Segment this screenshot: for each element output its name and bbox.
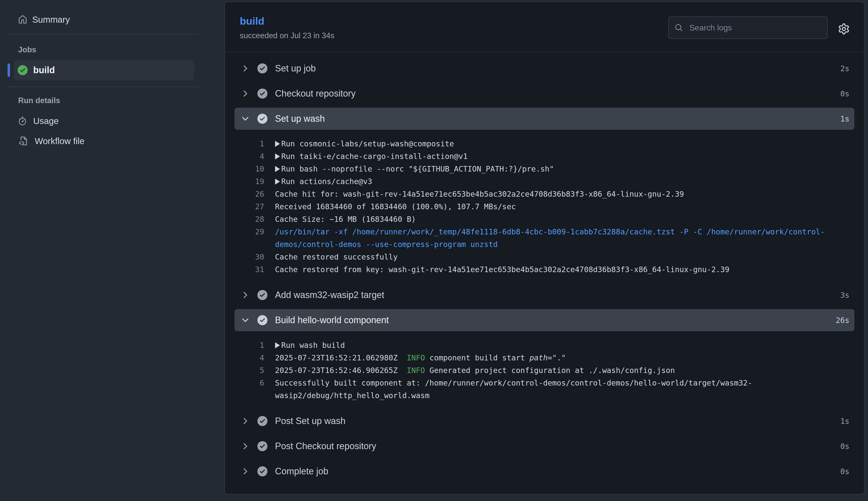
sidebar-job-build[interactable]: build xyxy=(13,60,194,80)
log-line-number[interactable]: 30 xyxy=(225,251,264,263)
run-disclosure-triangle-icon xyxy=(275,339,281,352)
step-success-icon xyxy=(257,290,267,300)
step-name: Complete job xyxy=(275,466,328,477)
log-line-number[interactable]: 29 xyxy=(225,226,264,251)
log-line: 5 2025-07-23T16:52:46.906265Z INFO Gener… xyxy=(225,364,864,377)
log-panel: build succeeded on Jul 23 in 34s Set up … xyxy=(224,1,865,494)
log-line-number[interactable]: 10 xyxy=(225,163,264,175)
step-name: Add wasm32-wasip2 target xyxy=(275,290,384,300)
step-group: Build hello-world component 26s 1 Run wa… xyxy=(225,309,864,408)
step-duration: 2s xyxy=(840,64,849,73)
log-line: 4 2025-07-23T16:52:21.062980Z INFO compo… xyxy=(225,352,864,364)
log-line-number[interactable]: 4 xyxy=(225,150,264,163)
step-duration: 26s xyxy=(836,316,849,325)
step-duration: 0s xyxy=(840,89,849,98)
log-line: 19 Run actions/cache@v3 xyxy=(225,175,864,188)
log-line-number[interactable]: 4 xyxy=(225,352,264,364)
step-group: Set up wash 1s 1 Run cosmonic-labs/setup… xyxy=(225,108,864,283)
step-row[interactable]: Complete job 0s xyxy=(225,459,864,484)
step-duration: 0s xyxy=(840,467,849,476)
log-line: 1 Run wash build xyxy=(225,339,864,352)
log-line-number[interactable]: 28 xyxy=(225,213,264,226)
log-line-text: 2025-07-23T16:52:46.906265Z INFO Generat… xyxy=(275,364,849,377)
chevron-right-icon xyxy=(241,291,250,299)
step-success-icon xyxy=(257,466,267,476)
step-group-header[interactable]: Build hello-world component 26s xyxy=(234,309,855,331)
log-line-number[interactable]: 26 xyxy=(225,188,264,201)
run-disclosure-triangle-icon xyxy=(275,150,281,163)
log-line: 29 /usr/bin/tar -xf /home/runner/work/_t… xyxy=(225,226,864,251)
run-disclosure-triangle-icon xyxy=(275,175,281,188)
log-line: 26 Cache hit for: wash-git-rev-14a51ee71… xyxy=(225,188,864,201)
step-name: Post Checkout repository xyxy=(275,441,376,451)
step-success-icon xyxy=(257,114,267,124)
chevron-down-icon xyxy=(241,316,250,324)
step-row[interactable]: Checkout repository 0s xyxy=(225,81,864,106)
step-row[interactable]: Add wasm32-wasip2 target 3s xyxy=(225,283,864,308)
chevron-right-icon xyxy=(241,64,250,73)
sidebar-item-usage[interactable]: Usage xyxy=(18,113,59,129)
job-success-icon xyxy=(18,65,28,75)
log-line-text: Run wash build xyxy=(275,339,849,352)
log-settings-gear-button[interactable] xyxy=(838,23,849,34)
sidebar-item-summary[interactable]: Summary xyxy=(18,12,70,28)
log-line: 28 Cache Size: ~16 MB (16834460 B) xyxy=(225,213,864,226)
step-name: Build hello-world component xyxy=(275,315,389,326)
sidebar: Summary Jobs build Run details Usage Wor… xyxy=(0,0,224,501)
search-logs-input[interactable] xyxy=(689,17,821,39)
log-line: 30 Cache restored successfully xyxy=(225,251,864,263)
log-line-number[interactable]: 31 xyxy=(225,263,264,276)
step-name: Set up job xyxy=(275,63,316,74)
chevron-right-icon xyxy=(241,467,250,476)
sidebar-divider xyxy=(8,86,199,87)
log-line-text: 2025-07-23T16:52:21.062980Z INFO compone… xyxy=(275,352,849,364)
step-success-icon xyxy=(257,63,267,73)
file-code-icon xyxy=(18,136,28,146)
step-row[interactable]: Post Checkout repository 0s xyxy=(225,434,864,459)
log-line-number[interactable]: 1 xyxy=(225,138,264,150)
log-line-number[interactable]: 5 xyxy=(225,364,264,377)
log-line-text: Run bash --noprofile --norc "${GITHUB_AC… xyxy=(275,163,849,175)
log-line-text: Cache hit for: wash-git-rev-14a51ee71ec6… xyxy=(275,188,849,201)
search-logs-box xyxy=(668,17,828,39)
step-success-icon xyxy=(257,441,267,451)
job-status-line: succeeded on Jul 23 in 34s xyxy=(240,31,335,40)
log-line-number[interactable]: 19 xyxy=(225,175,264,188)
log-line-text: Cache restored from key: wash-git-rev-14… xyxy=(275,263,849,276)
step-duration: 1s xyxy=(840,115,849,123)
log-line-text: Run taiki-e/cache-cargo-install-action@v… xyxy=(275,150,849,163)
log-line-text: Received 16834460 of 16834460 (100.0%), … xyxy=(275,201,849,213)
step-group-header[interactable]: Set up wash 1s xyxy=(234,108,855,130)
selected-job-accent-bar xyxy=(8,63,10,77)
log-line-number[interactable]: 27 xyxy=(225,201,264,213)
step-log-lines: 1 Run wash build 4 2025-07-23T16:52:21.0… xyxy=(225,331,864,408)
step-duration: 3s xyxy=(840,291,849,300)
step-log-lines: 1 Run cosmonic-labs/setup-wash@composite… xyxy=(225,130,864,283)
log-line-number[interactable]: 6 xyxy=(225,377,264,402)
stopwatch-icon xyxy=(18,117,27,125)
steps-list: Set up job 2s Checkout repository 0s Set… xyxy=(225,52,864,493)
sidebar-run-details-section-label: Run details xyxy=(18,96,60,105)
log-line: 4 Run taiki-e/cache-cargo-install-action… xyxy=(225,150,864,163)
log-line-text: Run actions/cache@v3 xyxy=(275,175,849,188)
run-disclosure-triangle-icon xyxy=(275,138,281,150)
chevron-right-icon xyxy=(241,417,250,425)
step-duration: 0s xyxy=(840,442,849,451)
sidebar-divider xyxy=(8,34,199,35)
sidebar-workflow-file-label: Workflow file xyxy=(35,136,85,146)
sidebar-summary-label: Summary xyxy=(32,14,70,25)
log-line-text: Cache restored successfully xyxy=(275,251,849,263)
log-line-number[interactable]: 1 xyxy=(225,339,264,352)
step-name: Checkout repository xyxy=(275,88,356,99)
chevron-down-icon xyxy=(241,115,250,123)
job-title-link[interactable]: build xyxy=(240,15,264,27)
chevron-right-icon xyxy=(241,442,250,450)
log-line: 10 Run bash --noprofile --norc "${GITHUB… xyxy=(225,163,864,175)
search-icon xyxy=(675,24,683,32)
sidebar-item-workflow-file[interactable]: Workflow file xyxy=(18,133,85,149)
step-success-icon xyxy=(257,88,267,99)
log-line: 31 Cache restored from key: wash-git-rev… xyxy=(225,263,864,276)
step-row[interactable]: Post Set up wash 1s xyxy=(225,408,864,434)
step-row[interactable]: Set up job 2s xyxy=(225,56,864,81)
log-line: 1 Run cosmonic-labs/setup-wash@composite xyxy=(225,138,864,150)
